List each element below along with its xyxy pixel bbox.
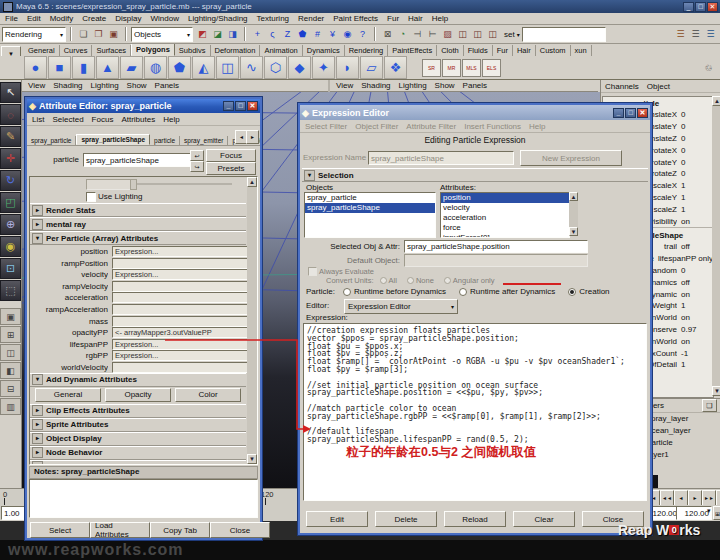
menu-item[interactable]: Edit <box>27 14 41 23</box>
shelf-item-icon[interactable]: ▲ <box>96 56 119 79</box>
attribute-value-field[interactable] <box>112 304 248 315</box>
selection-mask-icon[interactable]: ◩ <box>195 27 210 42</box>
shelf-item-icon[interactable]: ◗ <box>336 56 359 79</box>
tool-icon[interactable]: ⬚ <box>0 280 21 301</box>
add-dynamic-button[interactable]: General <box>35 388 101 402</box>
channel-value[interactable]: 1 <box>677 193 685 202</box>
channel-value[interactable]: on <box>677 313 690 322</box>
collapse-icon[interactable]: ▾ <box>304 170 315 181</box>
range-caret-icon[interactable]: ▾ <box>707 507 711 515</box>
render-control-icon[interactable]: ⊠ <box>380 27 395 42</box>
render-control-icon[interactable]: ⊣ <box>410 27 425 42</box>
menu-item[interactable]: Modify <box>50 14 74 23</box>
expand-icon[interactable]: ▸ <box>32 219 43 230</box>
panel-menu-item[interactable]: View <box>336 81 353 90</box>
render-control-icon[interactable]: ⊢ <box>425 27 440 42</box>
expand-icon[interactable]: ▸ <box>32 461 43 465</box>
shelf-item-icon[interactable]: ⬟ <box>168 56 191 79</box>
channel-value[interactable]: on <box>677 337 690 346</box>
channel-value[interactable]: 1 <box>677 360 685 369</box>
shelf-item-icon[interactable]: ■ <box>48 56 71 79</box>
shelf-tab[interactable]: Fluids <box>464 45 493 56</box>
mel-script-button[interactable]: MLS <box>462 59 481 77</box>
expression-editor-titlebar[interactable]: ◈ Expression Editor _ □ ✕ <box>300 105 650 120</box>
menu-item[interactable]: Hair <box>408 14 423 23</box>
add-dynamic-button[interactable]: Color <box>175 388 241 402</box>
layout-shortcut-icon[interactable]: ▣ <box>0 308 21 325</box>
channel-value[interactable]: lifespanPP only <box>654 254 713 263</box>
attribute-list-item[interactable]: position <box>441 193 569 203</box>
app-minimize-button[interactable]: _ <box>683 2 694 12</box>
attribute-list-item[interactable]: acceleration <box>441 213 569 223</box>
menu-item[interactable]: File <box>5 14 18 23</box>
shelf-item-icon[interactable]: ∿ <box>240 56 263 79</box>
menu-item[interactable]: Attributes <box>121 115 155 124</box>
dialog-button[interactable]: Load Attributes <box>90 522 150 538</box>
mel-script-button[interactable]: ELS <box>482 59 501 77</box>
panel-menu-item[interactable]: Shading <box>361 81 390 90</box>
menu-item[interactable]: Help <box>529 122 545 131</box>
expand-icon[interactable]: ▸ <box>32 405 43 416</box>
render-control-icon[interactable]: ◫ <box>470 27 485 42</box>
dialog-button[interactable]: Select <box>30 522 90 538</box>
menu-item[interactable]: Render <box>298 14 324 23</box>
shelf-tab[interactable]: Deformation <box>211 45 261 56</box>
playback-button[interactable]: ►► <box>702 490 716 506</box>
scroll-down-icon[interactable]: ▼ <box>569 227 578 236</box>
channel-value[interactable]: 0 <box>677 169 685 178</box>
channel-value[interactable]: 0 <box>677 266 685 275</box>
channel-value[interactable]: 0 <box>677 146 685 155</box>
channel-value[interactable]: off <box>677 278 690 287</box>
shelf-tab[interactable]: Dynamics <box>303 45 345 56</box>
shelf-tab[interactable]: xun <box>571 45 592 56</box>
attribute-value-field[interactable]: <- arrayMapper3.outValuePP <box>112 327 248 338</box>
panel-menu-item[interactable]: Show <box>435 81 455 90</box>
toolbar-icon[interactable]: ❐ <box>91 27 106 42</box>
tool-icon[interactable]: ⊡ <box>0 258 21 279</box>
shelf-item-icon[interactable]: ▮ <box>72 56 95 79</box>
per-particle-section-header[interactable]: ▾ Per Particle (Array) Attributes <box>30 231 246 245</box>
scroll-up-icon[interactable]: ▲ <box>247 177 257 187</box>
shelf-tab[interactable]: Polygons <box>131 44 175 56</box>
notes-header[interactable]: Notes: spray_particleShape <box>29 466 258 479</box>
attribute-list-item[interactable]: velocity <box>441 203 569 213</box>
show-panel-icon[interactable]: ☰ <box>673 27 688 42</box>
channel-value[interactable]: on <box>677 217 690 226</box>
section-header[interactable]: ▸ Sprite Attributes <box>30 418 246 432</box>
menu-item[interactable]: Select Filter <box>305 122 347 131</box>
toolbar-icon[interactable]: ❏ <box>76 27 91 42</box>
tool-icon[interactable]: ✎ <box>0 126 21 147</box>
app-maximize-button[interactable]: □ <box>695 2 706 12</box>
dialog-button[interactable]: Delete <box>375 511 437 527</box>
menu-item[interactable]: Help <box>163 115 179 124</box>
menu-item[interactable]: Focus <box>92 115 114 124</box>
panel-menu-item[interactable]: Panels <box>155 81 179 90</box>
expand-icon[interactable]: ▸ <box>32 433 43 444</box>
menu-item[interactable]: Lighting/Shading <box>188 14 248 23</box>
attribute-editor-titlebar[interactable]: ◈ Attribute Editor: spray_particle _ □ ✕ <box>27 99 260 113</box>
menu-item[interactable]: Insert Functions <box>464 122 521 131</box>
shelf-tab[interactable]: Subdivs <box>175 45 211 56</box>
shelf-item-icon[interactable]: ◭ <box>192 56 215 79</box>
channel-value[interactable]: 0 <box>677 134 685 143</box>
shelf-item-icon[interactable]: ◆ <box>288 56 311 79</box>
menu-item[interactable]: List <box>32 115 44 124</box>
snap-mode-icon[interactable]: ? <box>355 27 370 42</box>
particle-mode-option[interactable]: Creation <box>568 287 609 296</box>
minimize-button[interactable]: _ <box>613 108 624 118</box>
editor-dropdown[interactable]: Expression Editor▾ <box>344 299 458 314</box>
channel-value[interactable]: 0 <box>677 110 685 119</box>
menu-item[interactable]: Object Filter <box>355 122 398 131</box>
shelf-tab[interactable]: Animation <box>260 45 302 56</box>
tab-scroll-right-icon[interactable]: ► <box>246 130 259 144</box>
shelf-item-icon[interactable]: ✦ <box>312 56 335 79</box>
shelf-tab[interactable]: Hair <box>513 45 536 56</box>
snap-mode-icon[interactable]: ⬟ <box>295 27 310 42</box>
maximize-button[interactable]: □ <box>625 108 636 118</box>
panel-menu-item[interactable]: Panels <box>463 81 487 90</box>
shelf-item-icon[interactable]: ▰ <box>120 56 143 79</box>
shelf-item-icon[interactable]: ▱ <box>360 56 383 79</box>
shelf-tab[interactable]: General <box>24 45 60 56</box>
channel-box-menu-item[interactable]: Channels <box>605 82 639 92</box>
channel-box-scrollbar[interactable]: ▲ ▼ <box>712 96 720 396</box>
